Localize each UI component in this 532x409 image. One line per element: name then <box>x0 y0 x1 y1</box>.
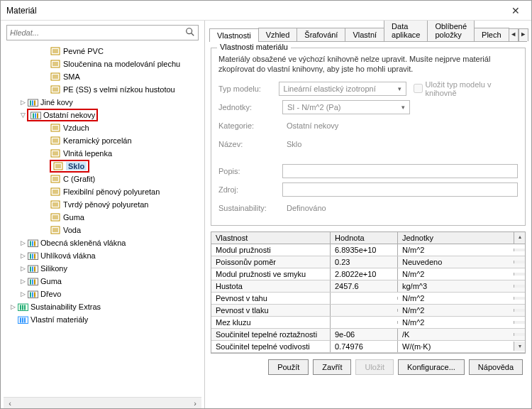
save-button: Uložit <box>355 359 394 375</box>
svg-point-0 <box>187 28 192 34</box>
svg-rect-25 <box>37 114 38 119</box>
help-button[interactable]: Nápověda <box>469 359 523 375</box>
close-icon[interactable]: ✕ <box>506 5 526 16</box>
svg-rect-88 <box>22 318 23 323</box>
expand-icon[interactable]: ▷ <box>19 278 27 285</box>
tree-folder[interactable]: ▷Silikony <box>6 262 201 275</box>
window-title: Materiál <box>6 6 506 16</box>
tab-plech[interactable]: Plech <box>474 28 509 41</box>
tab-bar: Vlastnosti Vzhled Šrafování Vlastní Data… <box>209 25 527 42</box>
collapse-icon[interactable]: ▽ <box>19 111 27 119</box>
search-input[interactable] <box>10 28 185 37</box>
tree-folder[interactable]: ▷Uhlíková vlákna <box>6 249 201 262</box>
search-box[interactable] <box>6 25 199 40</box>
table-row[interactable]: Pevnost v tlakuN/m^2 <box>211 305 525 317</box>
tree-leaf[interactable]: Guma <box>6 211 201 224</box>
svg-rect-72 <box>32 267 33 272</box>
scroll-right-icon[interactable]: › <box>190 399 200 408</box>
tab-data-aplikace[interactable]: Data aplikace <box>384 21 428 41</box>
tree-leaf[interactable]: Voda <box>6 224 201 236</box>
zdroj-input[interactable] <box>282 182 518 197</box>
tab-vzhled[interactable]: Vzhled <box>258 28 298 41</box>
apply-button[interactable]: Použít <box>268 359 309 375</box>
table-row[interactable]: Hustota2457.6kg/m^3 <box>211 280 525 293</box>
expand-icon[interactable]: ▷ <box>19 290 27 298</box>
label-popis: Popis: <box>218 167 282 175</box>
label-nazev: Název: <box>218 140 282 148</box>
svg-rect-76 <box>32 280 33 285</box>
expand-icon[interactable]: ▷ <box>19 239 27 246</box>
tab-vlastnosti[interactable]: Vlastnosti <box>209 28 259 42</box>
config-button[interactable]: Konfigurace... <box>398 359 465 375</box>
close-button[interactable]: Zavřít <box>313 359 351 375</box>
scroll-left-icon[interactable]: ‹ <box>5 399 15 408</box>
label-zdroj: Zdroj: <box>218 185 282 194</box>
tree-leaf[interactable]: SMA <box>6 70 201 83</box>
svg-rect-85 <box>24 305 26 310</box>
scroll-up-icon[interactable]: ▴ <box>514 232 525 244</box>
tree-folder-ostatni-nekovy[interactable]: ▽Ostatní nekovy <box>6 109 201 121</box>
table-row[interactable]: Součinitel tepelné roztažnosti9e-06/K <box>211 329 525 341</box>
svg-rect-64 <box>32 241 33 246</box>
nazev-value: Sklo <box>282 137 410 151</box>
table-row[interactable]: Modul pružnosti ve smyku2.8022e+10N/m^2 <box>211 268 525 280</box>
label-jednotky: Jednotky: <box>218 103 282 111</box>
typ-modelu-select[interactable]: Lineární elastický izotropní▾ <box>279 82 406 96</box>
label-kategorie: Kategorie: <box>218 121 282 130</box>
tree-leaf[interactable]: Vlnitá lepenka <box>6 147 201 160</box>
svg-rect-81 <box>34 293 35 298</box>
search-icon[interactable] <box>185 27 195 38</box>
tree-folder[interactable]: ▷Obecná skleněná vlákna <box>6 236 201 249</box>
tree-leaf-sklo[interactable]: Sklo <box>6 160 201 173</box>
svg-rect-23 <box>33 114 34 119</box>
popis-input[interactable] <box>282 164 518 178</box>
tree-leaf[interactable]: Flexibilní pěnový polyuretan <box>6 185 201 198</box>
svg-rect-24 <box>35 114 36 119</box>
table-row[interactable]: Modul pružnosti6.8935e+10N/m^2 <box>211 244 525 256</box>
svg-rect-21 <box>34 101 35 106</box>
tree-leaf[interactable]: Pevné PVC <box>6 45 201 58</box>
material-properties-group: Vlastnosti materiálu Materiály obsažené … <box>211 48 526 226</box>
expand-icon[interactable]: ▷ <box>19 252 27 259</box>
tab-srafovani[interactable]: Šrafování <box>297 28 345 41</box>
readonly-note: Materiály obsažené ve výchozí knihovně n… <box>218 54 518 75</box>
tree-root-sustain[interactable]: ▷Sustainability Extras <box>6 300 201 313</box>
expand-icon[interactable]: ▷ <box>19 265 27 272</box>
svg-rect-68 <box>32 254 33 259</box>
table-row[interactable]: Mez kluzuN/m^2 <box>211 317 525 329</box>
tree-root-vlastni[interactable]: Vlastní materiály <box>6 313 201 326</box>
svg-rect-89 <box>24 318 26 323</box>
svg-rect-87 <box>20 318 21 323</box>
expand-icon[interactable]: ▷ <box>9 303 17 310</box>
jednotky-select[interactable]: SI - N/m^2 (Pa)▾ <box>282 100 410 114</box>
svg-rect-19 <box>30 101 31 106</box>
tab-vlastni[interactable]: Vlastní <box>345 28 384 41</box>
tab-scroll-right-icon[interactable]: ► <box>519 28 528 41</box>
tree-folder[interactable]: ▷Guma <box>6 275 201 288</box>
table-row[interactable]: Pevnost v tahuN/m^2 <box>211 293 525 305</box>
properties-table[interactable]: Vlastnost Hodnota Jednotky ▴ Modul pružn… <box>211 231 526 354</box>
kategorie-value: Ostatní nekovy <box>282 119 410 133</box>
tree-leaf[interactable]: Tvrdý pěnový polyuretan <box>6 198 201 211</box>
tree-leaf[interactable]: PE (SS) s velmi nízkou hustotou <box>6 83 201 96</box>
svg-rect-63 <box>30 241 31 246</box>
tree-folder-jine-kovy[interactable]: ▷Jiné kovy <box>6 96 201 109</box>
tree-leaf[interactable]: Sloučenina na modelování plechu <box>6 58 201 70</box>
tab-scroll-left-icon[interactable]: ◄ <box>509 28 519 41</box>
table-row[interactable]: Poissonův poměr0.23Neuvedeno <box>211 256 525 268</box>
material-tree[interactable]: Pevné PVC Sloučenina na modelování plech… <box>4 45 201 397</box>
svg-rect-83 <box>20 305 21 310</box>
save-type-checkbox[interactable]: Uložit typ modelu v knihovně <box>414 80 518 97</box>
tree-folder[interactable]: ▷Dřevo <box>6 288 201 300</box>
expand-icon[interactable]: ▷ <box>19 99 27 106</box>
svg-line-1 <box>192 33 194 36</box>
tree-leaf[interactable]: Vzduch <box>6 121 201 134</box>
horizontal-scrollbar[interactable]: ‹ › <box>4 397 201 408</box>
tree-leaf[interactable]: C (Grafit) <box>6 173 201 185</box>
svg-rect-80 <box>32 293 33 298</box>
table-row[interactable]: Součinitel tepelné vodivosti0.74976W/(m·… <box>211 341 525 353</box>
svg-rect-20 <box>32 101 33 106</box>
tree-leaf[interactable]: Keramický porcelán <box>6 134 201 147</box>
svg-rect-71 <box>30 267 31 272</box>
tab-oblibene[interactable]: Oblíbené položky <box>427 21 475 41</box>
